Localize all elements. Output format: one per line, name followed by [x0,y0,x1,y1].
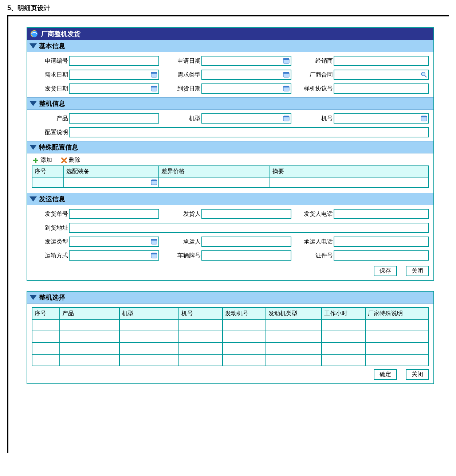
cell[interactable] [60,319,119,331]
cell[interactable] [60,331,119,343]
table-row[interactable] [32,354,429,366]
specialcfg-toolbar: 添加 删除 [27,153,433,165]
dropdown-icon[interactable] [151,179,157,186]
delete-label: 删除 [69,156,80,164]
cell-summary[interactable] [270,177,429,187]
calendar-icon[interactable] [283,58,290,64]
form-button-row: 保存 关闭 [27,264,433,280]
table-row[interactable] [32,343,429,354]
delete-button[interactable]: 删除 [61,156,80,164]
cell[interactable] [266,319,321,331]
cell[interactable] [322,354,365,366]
calendar-icon[interactable] [151,85,157,92]
input-trans-mode[interactable] [69,250,159,261]
cell[interactable] [223,331,266,343]
dropdown-icon[interactable] [151,252,157,259]
cell[interactable] [365,319,429,331]
cell[interactable] [119,319,179,331]
input-config-desc[interactable] [69,127,429,137]
table-row[interactable] [32,177,429,187]
cell-diff-price[interactable] [159,177,270,187]
add-button[interactable]: 添加 [32,156,52,164]
cell[interactable] [365,354,429,366]
cell[interactable] [223,343,266,354]
calendar-icon[interactable] [283,85,290,92]
dropdown-icon[interactable] [283,115,290,122]
cell[interactable] [266,354,321,366]
cell-option-equip[interactable] [64,177,159,187]
section-header-shipinfo[interactable]: 发运信息 [27,193,433,205]
table-row[interactable] [32,319,429,331]
table-row[interactable] [32,331,429,343]
close-button[interactable]: 关闭 [406,369,429,380]
cell[interactable] [119,331,179,343]
input-shipper[interactable] [201,209,292,219]
cell[interactable] [60,354,119,366]
label-ship-date: 发货日期 [32,85,68,93]
cell[interactable] [223,319,266,331]
cell[interactable] [32,354,60,366]
search-icon[interactable] [421,71,427,78]
cell[interactable] [32,319,60,331]
input-carrier[interactable] [201,237,292,247]
dropdown-icon[interactable] [151,238,157,245]
chevron-down-icon [30,196,37,202]
cell[interactable] [60,343,119,354]
cell[interactable] [32,331,60,343]
input-machine-no[interactable] [334,113,429,124]
input-carrier-tel[interactable] [334,237,429,247]
input-arrive-addr[interactable] [69,223,429,233]
input-demand-date[interactable] [69,70,159,80]
section-body-shipinfo: 发货单号 发货人 发货人电话 到货地址 发运类型 承运人 承运人电话 运输方式 … [27,205,433,264]
svg-rect-11 [151,86,157,87]
title-bar: 厂商整机发货 [27,28,433,40]
close-button[interactable]: 关闭 [406,266,429,276]
cell[interactable] [179,331,223,343]
col-engine-no: 发动机号 [223,308,266,319]
save-button[interactable]: 保存 [374,266,397,276]
cell[interactable] [179,343,223,354]
input-arrive-date[interactable] [201,83,292,94]
input-product[interactable] [69,113,159,124]
ok-button[interactable]: 确定 [374,369,397,380]
cell[interactable] [32,343,60,354]
cell[interactable] [223,354,266,366]
section-header-specialcfg[interactable]: 特殊配置信息 [27,141,433,153]
cell[interactable] [322,331,365,343]
label-config-desc: 配置说明 [32,129,68,136]
input-sample-agree-no[interactable] [334,83,429,94]
cell[interactable] [179,319,223,331]
cell[interactable] [266,343,321,354]
input-id-no[interactable] [334,250,429,261]
input-mfr-contract[interactable] [334,70,429,80]
calendar-icon[interactable] [151,71,157,78]
input-ship-type[interactable] [69,237,159,247]
input-dealer[interactable] [334,56,429,66]
cell[interactable] [119,354,179,366]
dropdown-icon[interactable] [421,115,427,122]
label-ship-no: 发货单号 [32,210,68,218]
input-model[interactable] [201,113,292,124]
input-ship-date[interactable] [69,83,159,94]
input-demand-type[interactable] [201,70,292,80]
section-header-machine-select[interactable]: 整机选择 [27,292,433,304]
input-apply-no[interactable] [69,56,159,66]
cell[interactable] [179,354,223,366]
dropdown-icon[interactable] [283,71,290,78]
section-header-machine[interactable]: 整机信息 [27,97,433,110]
cell[interactable] [322,319,365,331]
input-ship-no[interactable] [69,209,159,219]
section-header-basic[interactable]: 基本信息 [27,40,433,52]
cell[interactable] [266,331,321,343]
label-product: 产品 [32,115,68,122]
svg-rect-15 [283,116,289,117]
input-shipper-tel[interactable] [334,209,429,219]
outer-frame: 厂商整机发货 基本信息 申请编号 申请日期 经销商 需求日期 需求类型 厂商合同… [7,15,449,453]
cell-seq[interactable] [32,177,64,187]
input-apply-date[interactable] [201,56,292,66]
input-plate-no[interactable] [201,250,292,261]
cell[interactable] [322,343,365,354]
cell[interactable] [119,343,179,354]
cell[interactable] [365,343,429,354]
cell[interactable] [365,331,429,343]
